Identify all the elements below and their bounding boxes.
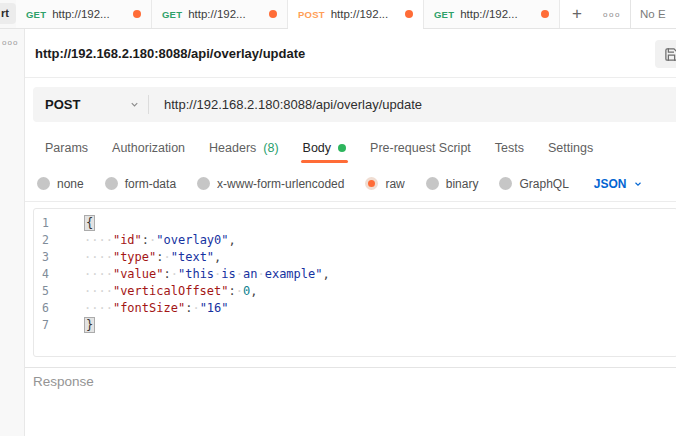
json-key: "fontSize" [113, 301, 185, 315]
line-number: 7 [34, 317, 49, 334]
tab-label: Pre-request Script [370, 141, 471, 155]
body-type-form-data[interactable]: form-data [105, 177, 176, 191]
json-key: "verticalOffset" [113, 284, 229, 298]
tab-method-label: GET [26, 9, 46, 20]
headers-count-badge: (8) [263, 141, 278, 155]
save-icon [664, 47, 676, 62]
request-tab-strip: GEThttp://192...GEThttp://192...POSThttp… [0, 0, 676, 29]
tab-label: Body [303, 141, 332, 155]
json-string: an [243, 267, 257, 281]
bracket-highlight: } [84, 317, 95, 333]
radio-selected-icon [365, 177, 378, 190]
line-number: 2 [34, 232, 49, 249]
body-type-binary[interactable]: binary [426, 177, 479, 191]
tab-authorization[interactable]: Authorization [112, 130, 185, 166]
json-string: "text" [171, 250, 214, 264]
body-code-editor[interactable]: 1{2····"id":·"overlay0",3····"type":·"te… [33, 208, 676, 357]
tab-body[interactable]: Body [303, 130, 347, 166]
request-builder-row: POST http://192.168.2.180:8088/api/overl… [25, 78, 676, 130]
tab-method-label: GET [434, 9, 454, 20]
code-content: ····"verticalOffset":·0, [49, 284, 257, 298]
tab-label: Tests [495, 141, 524, 155]
editor-line: 6····"fontSize":·"16" [34, 300, 676, 317]
whitespace-dots: · [171, 267, 178, 281]
body-language-dropdown[interactable]: JSON [594, 177, 643, 191]
code-content: } [49, 318, 95, 332]
code-content: ····"id":·"overlay0", [49, 233, 236, 247]
tab-method-label: GET [162, 9, 182, 20]
body-type-x-www-form-urlencoded[interactable]: x-www-form-urlencoded [197, 177, 344, 191]
json-punctuation: , [322, 267, 329, 281]
radio-icon [105, 177, 118, 190]
tab-tests[interactable]: Tests [495, 130, 524, 166]
chevron-down-icon [129, 96, 140, 114]
json-string: "16" [200, 301, 229, 315]
radio-icon [499, 177, 512, 190]
body-type-raw[interactable]: raw [365, 177, 404, 191]
tab-label: Authorization [112, 141, 185, 155]
whitespace-dots: ···· [84, 301, 113, 315]
request-tab-3[interactable]: GEThttp://192... [424, 0, 560, 28]
environment-selector[interactable]: No E [631, 0, 666, 28]
request-title-url: http://192.168.2.180:8088/api/overlay/up… [35, 29, 305, 78]
editor-line: 1{ [34, 215, 676, 232]
tab-url-label: http://192... [331, 8, 389, 20]
whitespace-dots: ···· [84, 267, 113, 281]
url-input[interactable]: http://192.168.2.180:8088/api/overlay/up… [149, 97, 422, 112]
request-tab-1[interactable]: GEThttp://192... [152, 0, 288, 28]
body-type-label: x-www-form-urlencoded [217, 177, 344, 191]
body-type-selector-row: noneform-datax-www-form-urlencodedrawbin… [25, 166, 676, 202]
editor-line: 2····"id":·"overlay0", [34, 232, 676, 249]
tab-url-label: http://192... [188, 8, 246, 20]
editor-line: 4····"value":·"this·is·an·example", [34, 266, 676, 283]
radio-icon [426, 177, 439, 190]
whitespace-dots: ···· [84, 250, 113, 264]
tab-url-label: http://192... [460, 8, 518, 20]
line-number: 1 [34, 215, 49, 232]
json-punctuation: : [229, 284, 236, 298]
body-language-label: JSON [594, 177, 627, 191]
whitespace-dots: ···· [84, 284, 113, 298]
request-title-bar: http://192.168.2.180:8088/api/overlay/up… [25, 29, 676, 78]
request-tab-2[interactable]: POSThttp://192... [288, 0, 424, 28]
tab-label: Headers [209, 141, 256, 155]
code-content: ····"type":·"text", [49, 250, 221, 264]
json-key: "type" [113, 250, 156, 264]
whitespace-dots: ···· [84, 233, 113, 247]
body-type-label: GraphQL [519, 177, 568, 191]
body-type-label: none [57, 177, 84, 191]
json-punctuation: , [229, 233, 236, 247]
code-content: { [49, 216, 95, 230]
save-button[interactable] [655, 40, 676, 68]
rail-more-dots-icon[interactable]: ooo [2, 38, 18, 47]
tab-options-icon[interactable]: ooo [594, 0, 630, 28]
json-punctuation: : [163, 267, 170, 281]
body-type-label: raw [385, 177, 404, 191]
new-tab-button[interactable]: + [560, 0, 594, 28]
unsaved-dot-icon [405, 10, 413, 18]
tab-settings[interactable]: Settings [548, 130, 593, 166]
tab-method-label: POST [298, 9, 325, 20]
body-type-label: binary [446, 177, 479, 191]
line-number: 4 [34, 266, 49, 283]
radio-icon [37, 177, 50, 190]
json-string: "overlay0" [156, 233, 228, 247]
request-section-tabs: ParamsAuthorizationHeaders(8)BodyPre-req… [25, 130, 676, 166]
code-content: ····"value":·"this·is·an·example", [49, 267, 330, 281]
divider [25, 367, 676, 368]
json-punctuation: : [156, 250, 163, 264]
method-dropdown[interactable]: POST [33, 87, 148, 122]
json-punctuation: , [250, 284, 257, 298]
tab-pre-request-script[interactable]: Pre-request Script [370, 130, 471, 166]
tab-headers[interactable]: Headers(8) [209, 130, 279, 166]
tab-params[interactable]: Params [45, 130, 88, 166]
line-number: 5 [34, 283, 49, 300]
whitespace-dots: · [164, 250, 171, 264]
response-section-label: Response [33, 374, 94, 389]
body-type-graphql[interactable]: GraphQL [499, 177, 568, 191]
tab-url-label: http://192... [52, 8, 110, 20]
request-tab-0[interactable]: GEThttp://192... [16, 0, 152, 28]
body-type-none[interactable]: none [37, 177, 84, 191]
body-filled-dot-icon [338, 144, 346, 152]
bracket-highlight: { [84, 215, 95, 231]
